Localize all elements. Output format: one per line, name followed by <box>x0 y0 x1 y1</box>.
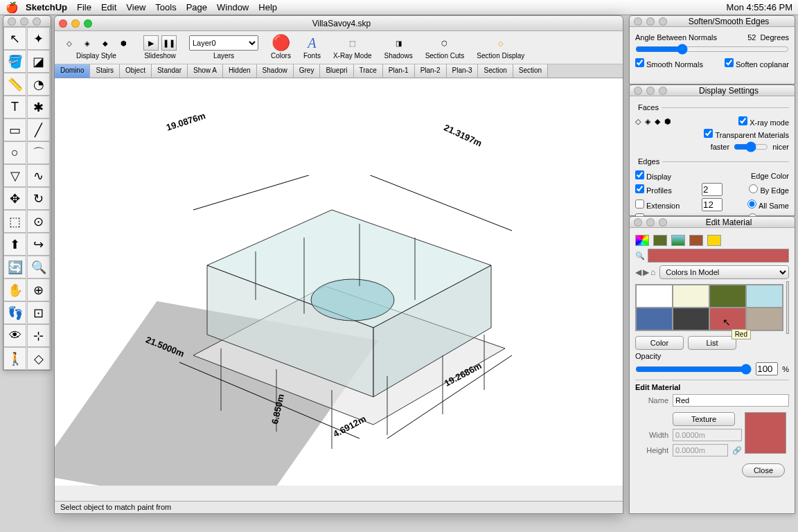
style-textured-icon[interactable]: ⬢ <box>116 35 131 51</box>
home-icon[interactable]: ⌂ <box>650 267 655 277</box>
tab-object[interactable]: Object <box>120 64 152 78</box>
pushpull-tool[interactable]: ⬆ <box>3 233 26 256</box>
style-shaded-icon[interactable]: ◆ <box>98 35 113 51</box>
tab-section2[interactable]: Section <box>513 64 548 78</box>
opacity-slider[interactable] <box>635 364 752 375</box>
face-style-1-icon[interactable]: ◇ <box>635 117 641 126</box>
tab-domino[interactable]: Domino <box>55 64 90 78</box>
zoom-tool[interactable]: 🔍 <box>27 256 50 278</box>
search-icon[interactable]: 🔍 <box>635 251 645 260</box>
current-material-swatch[interactable] <box>648 249 789 263</box>
color-blue[interactable] <box>636 308 673 330</box>
select-tool[interactable]: ↖ <box>3 27 26 50</box>
color-beige[interactable] <box>673 285 709 308</box>
profiles-check[interactable]: Profiles <box>635 184 698 195</box>
section-display-icon[interactable]: ◇ <box>493 35 508 51</box>
orbit-tool[interactable]: 🔄 <box>3 256 26 278</box>
face-style-3-icon[interactable]: ◆ <box>655 117 660 126</box>
tab-trace[interactable]: Trace <box>354 64 383 78</box>
by-edge-radio[interactable]: By Edge <box>749 184 789 195</box>
menu-help[interactable]: Help <box>258 2 277 12</box>
material-library-select[interactable]: Colors In Model <box>659 265 789 279</box>
color-grid-scrollbar[interactable] <box>786 281 789 334</box>
extension-check[interactable]: Extension <box>635 200 698 210</box>
menu-window[interactable]: Window <box>217 2 249 12</box>
play-icon[interactable]: ▶ <box>143 35 159 51</box>
axes-tool[interactable]: ✱ <box>27 96 50 118</box>
menu-edit[interactable]: Edit <box>101 2 116 12</box>
opacity-input[interactable] <box>756 362 778 375</box>
forward-icon[interactable]: ▶ <box>643 267 649 277</box>
color-wheel-icon[interactable] <box>635 235 649 246</box>
position-tool[interactable]: ⊹ <box>27 324 50 347</box>
arc-tool[interactable]: ⌒ <box>27 141 50 164</box>
xray-icon[interactable]: ⬚ <box>345 35 360 51</box>
layer-select[interactable]: Layer0 <box>189 35 258 51</box>
style-wireframe-icon[interactable]: ◇ <box>62 35 77 51</box>
face-style-4-icon[interactable]: ⬢ <box>664 117 671 126</box>
minimize-icon[interactable] <box>71 19 80 28</box>
face-style-2-icon[interactable]: ◈ <box>645 117 650 126</box>
menu-view[interactable]: View <box>126 2 145 12</box>
paint-tool[interactable]: 🪣 <box>3 50 26 73</box>
walk-tool[interactable]: 👣 <box>3 301 26 324</box>
move-tool[interactable]: ✥ <box>3 187 26 210</box>
maximize-icon[interactable] <box>84 19 92 28</box>
extension-input[interactable] <box>702 198 722 211</box>
followme-tool[interactable]: ↪ <box>27 233 50 256</box>
color-mode-button[interactable]: Color <box>635 336 684 350</box>
profiles-input[interactable] <box>702 183 722 196</box>
polygon-tool[interactable]: ▽ <box>3 164 26 187</box>
zoom-extents-tool[interactable]: ⊡ <box>27 301 50 324</box>
color-tan[interactable] <box>746 308 783 330</box>
shadows-icon[interactable]: ◨ <box>391 35 406 51</box>
tape-tool[interactable]: 📏 <box>3 73 26 96</box>
color-white[interactable] <box>636 285 673 308</box>
swatch-brick-icon[interactable] <box>689 235 703 246</box>
window-titlebar[interactable]: VillaSavoy4.skp <box>55 16 623 31</box>
tab-grey[interactable]: Grey <box>294 64 321 78</box>
back-icon[interactable]: ◀ <box>635 267 641 277</box>
text-tool[interactable]: T <box>3 96 26 118</box>
tab-plan3[interactable]: Plan-3 <box>447 64 479 78</box>
colors-icon[interactable]: 🔴 <box>273 35 288 51</box>
close-button[interactable]: Close <box>742 463 785 477</box>
display-edges-check[interactable]: Display <box>635 170 671 181</box>
app-name[interactable]: SketchUp <box>26 2 67 12</box>
scale-tool[interactable]: ⬚ <box>3 210 26 233</box>
lasso-tool[interactable]: ✦ <box>27 27 50 50</box>
tab-plan1[interactable]: Plan-1 <box>383 64 415 78</box>
offset-tool[interactable]: ⊙ <box>27 210 50 233</box>
section-tool[interactable]: ◇ <box>27 347 50 370</box>
texture-button[interactable]: Texture <box>673 412 735 426</box>
color-red[interactable]: ↖ Red <box>709 308 746 330</box>
tab-standard[interactable]: Standar <box>152 64 188 78</box>
color-olive[interactable] <box>709 285 746 308</box>
tab-section1[interactable]: Section <box>478 64 513 78</box>
close-icon[interactable] <box>59 19 67 28</box>
tab-hidden[interactable]: Hidden <box>223 64 257 78</box>
tab-show-a[interactable]: Show A <box>188 64 223 78</box>
section-cuts-icon[interactable]: ⬡ <box>437 35 452 51</box>
look-tool[interactable]: 👁 <box>3 324 26 347</box>
soften-coplanar-check[interactable]: Soften coplanar <box>725 58 789 69</box>
transparent-check[interactable]: Transparent Materials <box>704 129 789 139</box>
xray-mode-check[interactable]: X-ray mode <box>738 116 789 127</box>
rotate-tool[interactable]: ↻ <box>27 187 50 210</box>
color-darkgray[interactable] <box>673 308 709 330</box>
freehand-tool[interactable]: ∿ <box>27 164 50 187</box>
protractor-tool[interactable]: ◔ <box>27 73 50 96</box>
person-tool[interactable]: 🚶 <box>3 347 26 370</box>
fonts-icon[interactable]: A <box>304 35 319 51</box>
swatch-yellow-icon[interactable] <box>707 235 721 246</box>
all-same-radio[interactable]: All Same <box>747 200 789 210</box>
angle-slider[interactable] <box>635 44 789 55</box>
viewport[interactable]: 19.0876m 21.3197m 21.5000m 19.2686m 6.85… <box>55 78 623 486</box>
menu-file[interactable]: File <box>77 2 91 12</box>
pause-icon[interactable]: ❚❚ <box>161 35 177 51</box>
menu-page[interactable]: Page <box>186 2 207 12</box>
quality-slider[interactable] <box>734 141 768 152</box>
zoom-window-tool[interactable]: ⊕ <box>27 278 50 301</box>
rectangle-tool[interactable]: ▭ <box>3 118 26 141</box>
apple-menu-icon[interactable]: 🍎 <box>6 1 19 14</box>
